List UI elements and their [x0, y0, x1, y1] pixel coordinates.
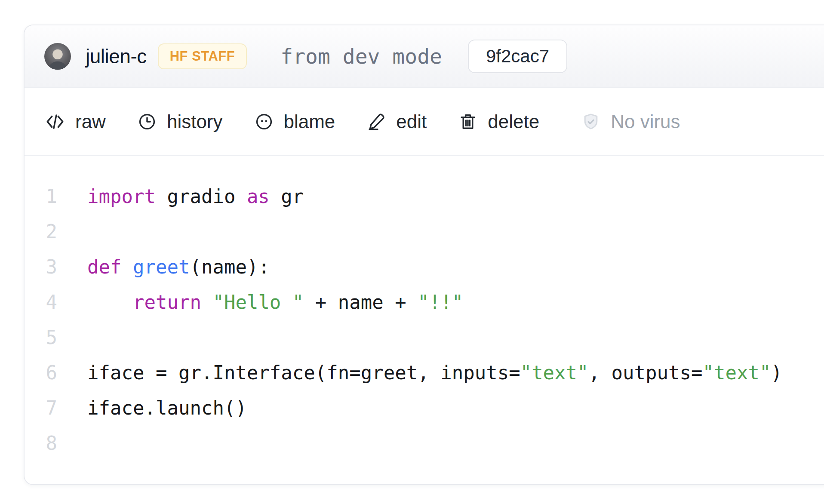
code-token: iface.launch(): [87, 397, 247, 419]
commit-header: julien-c HF STAFF from dev mode 9f2cac7: [25, 25, 824, 88]
code-token: "Hello ": [212, 291, 304, 313]
code-token: "!!": [418, 291, 463, 313]
code-line-content: import gradio as gr: [57, 179, 824, 214]
code-line-content: [57, 320, 824, 355]
code-line: 4 return "Hello " + name + "!!": [25, 285, 824, 320]
code-token: iface = gr.Interface(fn=greet, inputs=: [87, 362, 520, 384]
toolbar-item-raw[interactable]: raw: [44, 111, 106, 132]
code-token: return: [133, 291, 201, 313]
face-icon: [254, 111, 274, 132]
pencil-icon: [366, 111, 387, 132]
line-number[interactable]: 7: [25, 390, 57, 426]
code-line: 8: [25, 426, 824, 461]
toolbar-item-label: delete: [488, 111, 539, 132]
hf-staff-badge: HF STAFF: [158, 43, 247, 69]
code-line: 2: [25, 214, 824, 249]
code-token: [87, 291, 133, 313]
line-number[interactable]: 8: [25, 426, 57, 461]
code-token: gr: [270, 185, 304, 207]
toolbar-item-edit[interactable]: edit: [366, 111, 427, 132]
code-line-content: iface.launch(): [57, 390, 824, 426]
clock-icon: [137, 111, 157, 132]
code-line: 5: [25, 320, 824, 355]
toolbar-item-label: edit: [396, 111, 427, 132]
file-toolbar: rawhistoryblameeditdeleteNo virus: [25, 88, 824, 156]
code-line-content: return "Hello " + name + "!!": [57, 285, 824, 320]
code-token: (name):: [190, 256, 269, 278]
code-token: [121, 256, 133, 278]
line-number[interactable]: 3: [25, 249, 57, 285]
code-icon: [44, 111, 66, 132]
toolbar-item-history[interactable]: history: [137, 111, 223, 132]
code-line-content: [57, 426, 824, 461]
code-token: def: [87, 256, 121, 278]
code-token: greet: [133, 256, 190, 278]
code-line-content: [57, 214, 824, 249]
toolbar-item-label: No virus: [611, 111, 680, 132]
commit-message: from dev mode: [280, 44, 442, 68]
toolbar-item-label: blame: [284, 111, 335, 132]
toolbar-item-label: raw: [75, 111, 106, 132]
username-link[interactable]: julien-c: [86, 45, 147, 68]
code-token: "text": [520, 362, 589, 384]
page: { "header": { "username": "julien-c", "b…: [0, 0, 824, 504]
trash-icon: [458, 111, 478, 132]
toolbar-item-delete[interactable]: delete: [458, 111, 539, 132]
shield-check-icon: [581, 111, 601, 132]
line-number[interactable]: 1: [25, 179, 57, 214]
code-token: "text": [703, 362, 771, 384]
code-line-content: def greet(name):: [57, 249, 824, 285]
person-icon: [44, 46, 71, 70]
toolbar-item-label: history: [167, 111, 223, 132]
code-line: 7iface.launch(): [25, 390, 824, 426]
code-viewer: 1import gradio as gr23def greet(name):4 …: [25, 156, 824, 485]
line-number[interactable]: 2: [25, 214, 57, 249]
avatar[interactable]: [44, 43, 71, 70]
file-viewer-card: julien-c HF STAFF from dev mode 9f2cac7 …: [24, 25, 824, 485]
code-token: as: [247, 185, 270, 207]
code-line: 1import gradio as gr: [25, 179, 824, 214]
line-number[interactable]: 5: [25, 320, 57, 355]
code-token: + name +: [304, 291, 418, 313]
code-token: , outputs=: [589, 362, 703, 384]
code-token: import: [87, 185, 156, 207]
code-line-content: iface = gr.Interface(fn=greet, inputs="t…: [57, 355, 824, 390]
toolbar-item-no-virus: No virus: [581, 111, 680, 132]
commit-hash-button[interactable]: 9f2cac7: [468, 40, 567, 73]
code-token: [201, 291, 213, 313]
line-number[interactable]: 6: [25, 355, 57, 390]
toolbar-item-blame[interactable]: blame: [254, 111, 335, 132]
code-line: 3def greet(name):: [25, 249, 824, 285]
code-line: 6iface = gr.Interface(fn=greet, inputs="…: [25, 355, 824, 390]
code-token: gradio: [156, 185, 247, 207]
line-number[interactable]: 4: [25, 285, 57, 320]
code-token: ): [771, 362, 782, 384]
